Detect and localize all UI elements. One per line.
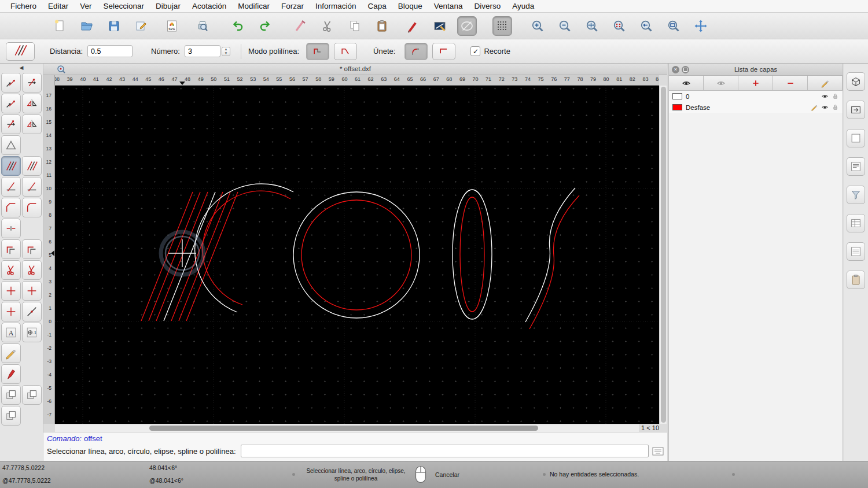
order-top-icon[interactable] [1,385,21,405]
snap-cross-icon[interactable] [1,281,21,301]
menu-ventana[interactable]: Ventana [428,0,469,13]
drawing-entity[interactable] [293,192,420,318]
dock-lines-panel-button[interactable] [847,242,865,261]
snap-cross-two-icon[interactable] [22,281,42,301]
number-stepper[interactable]: ▲▼ [222,47,230,56]
horizontal-scrollbar-thumb[interactable] [149,426,538,431]
menu-informacion[interactable]: Información [310,0,362,13]
menu-modificar[interactable]: Modificar [232,0,275,13]
dock-command-list-button[interactable] [847,157,865,176]
layer-row[interactable]: 0 [669,91,843,102]
eye-icon[interactable] [821,93,829,100]
menu-ver[interactable]: Ver [74,0,97,13]
add-layer-button[interactable] [738,76,773,90]
menu-ayuda[interactable]: Ayuda [506,0,540,13]
polyline-mode-b-button[interactable] [334,43,357,60]
drawing-canvas[interactable] [55,86,659,424]
modify-trim-two-icon[interactable] [22,177,42,197]
modify-offset-icon[interactable] [1,156,21,176]
zoom-in-icon[interactable] [528,16,547,36]
redo-icon[interactable] [255,16,275,36]
dock-blank-panel-button[interactable] [847,129,865,147]
lock-icon[interactable] [832,93,839,100]
polyline-node-icon[interactable] [1,239,21,259]
trim-checkbox[interactable]: ✓ [470,46,480,56]
menu-dibujar[interactable]: Dibujar [150,0,186,13]
drawing-entity[interactable] [453,190,492,319]
modify-revert-direction-icon[interactable] [1,135,21,155]
delete-entity-icon[interactable] [290,16,310,36]
save-as-icon[interactable] [131,16,151,36]
drawing-entity[interactable] [460,197,484,312]
zoom-previous-icon[interactable] [637,16,656,36]
menu-forzar[interactable]: Forzar [275,0,310,13]
dock-filter-panel-button[interactable] [847,186,865,204]
keyboard-toggle-button[interactable] [652,447,664,456]
dock-clipboard-panel-button[interactable] [847,271,865,289]
zoom-pan-icon[interactable] [691,16,711,36]
open-folder-icon[interactable] [77,16,97,36]
new-document-icon[interactable] [50,16,69,36]
undo-icon[interactable] [228,16,248,36]
dock-insert-panel-button[interactable] [847,101,865,119]
drawing-entity[interactable] [529,195,579,329]
edit-layer-button[interactable] [808,76,843,90]
palette-collapse-button[interactable]: ◀ [0,64,43,72]
save-icon[interactable] [104,16,124,36]
dimension-tool-icon[interactable]: .1 [22,323,42,342]
polyline-mode-a-button[interactable] [306,43,329,60]
order-bottom-icon[interactable] [22,385,42,405]
attributes-pencil-icon[interactable] [1,343,21,363]
modify-move-rotate-icon[interactable] [1,114,21,134]
menu-seleccionar[interactable]: Seleccionar [98,0,150,13]
layer-color-swatch[interactable] [672,104,682,110]
distance-input[interactable] [87,45,133,57]
vertical-scrollbar[interactable] [659,86,667,424]
drawing-entity[interactable] [149,192,200,321]
modify-mirror-icon[interactable] [22,94,42,113]
text-tool-icon[interactable]: A [1,323,21,342]
info-cross-icon[interactable] [1,302,21,321]
polyline-segment-icon[interactable] [22,239,42,259]
zoom-redraw-icon[interactable] [609,16,629,36]
modify-rotate-two-icon[interactable] [22,114,42,134]
modify-cut-two-icon[interactable] [22,260,42,280]
menu-fichero[interactable]: Fichero [5,0,42,13]
pencil-icon[interactable] [811,103,818,111]
menu-capa[interactable]: Capa [362,0,392,13]
print-preview-icon[interactable] [193,16,212,36]
order-raise-icon[interactable] [1,406,21,426]
drawing-entity[interactable] [301,200,411,310]
modify-cut-icon[interactable] [1,260,21,280]
modify-fillet-icon[interactable] [22,198,42,217]
command-input[interactable] [241,445,649,457]
modify-rotate-icon[interactable] [22,73,42,93]
drawing-entity[interactable] [171,192,223,321]
line-attributes-icon[interactable] [430,16,450,36]
number-input[interactable] [185,45,220,57]
drawing-entity[interactable] [195,184,293,312]
layer-row[interactable]: Desfase [669,102,843,113]
modify-offset-copy-icon[interactable] [22,156,42,176]
menu-diverso[interactable]: Diverso [468,0,506,13]
menu-acotacion[interactable]: Acotación [186,0,232,13]
eye-icon[interactable] [821,103,829,111]
snap-grid-icon[interactable] [492,16,512,36]
toggle-visibility-all-button[interactable] [669,76,704,90]
zoom-out-icon[interactable] [555,16,575,36]
horizontal-scrollbar[interactable]: 1 < 10 [55,424,659,432]
modify-divide-icon[interactable] [1,219,21,238]
highlight-marker-icon[interactable] [1,364,21,384]
dock-block-panel-button[interactable] [847,72,865,91]
zoom-window-icon[interactable] [664,16,683,36]
modify-move-icon[interactable] [1,73,21,93]
toggle-visibility-unused-button[interactable] [704,76,738,90]
modify-bevel-icon[interactable] [1,198,21,217]
join-mode-a-button[interactable] [404,43,428,60]
menu-bloque[interactable]: Bloque [392,0,428,13]
vertical-scrollbar-thumb[interactable] [661,87,666,423]
dock-properties-panel-button[interactable] [847,214,865,232]
copy-icon[interactable] [345,16,365,36]
layer-color-swatch[interactable] [672,93,682,99]
ellipse-tool-icon[interactable] [457,16,477,36]
